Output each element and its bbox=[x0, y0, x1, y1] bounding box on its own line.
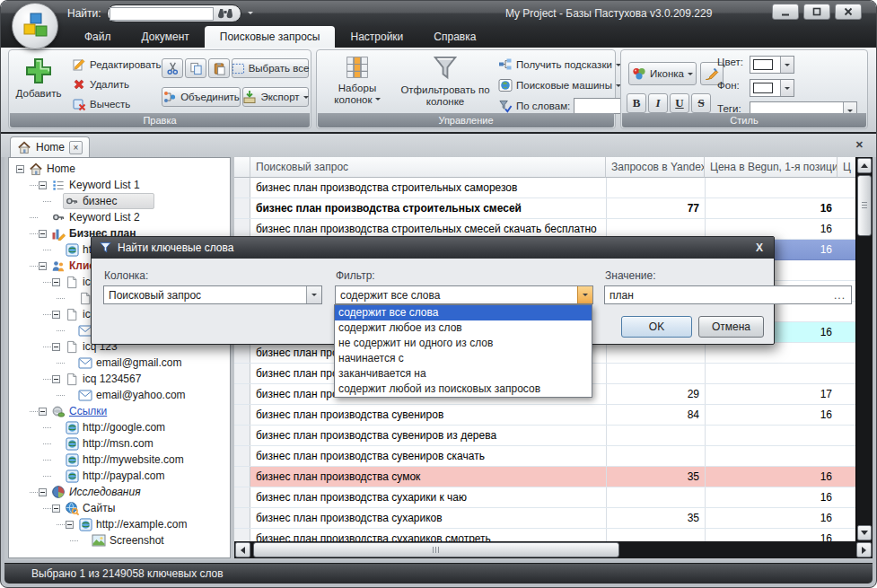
scroll-left-button[interactable] bbox=[235, 542, 250, 557]
filter-combobox[interactable]: содержит все слова bbox=[335, 285, 593, 304]
filter-option[interactable]: заканчивается на bbox=[335, 366, 592, 382]
export-button[interactable]: Экспорт bbox=[242, 87, 309, 107]
table-row[interactable]: бизнес план производства сумок3516 bbox=[234, 467, 873, 487]
tree-expander[interactable] bbox=[16, 165, 24, 173]
close-pane-icon[interactable]: ✕ bbox=[855, 139, 864, 151]
table-row[interactable]: бизнес план производства сухарики к чаю1… bbox=[234, 487, 873, 508]
tree-item[interactable]: Сайты bbox=[9, 500, 230, 516]
scroll-right-button[interactable] bbox=[856, 542, 872, 557]
table-row[interactable]: бизнес план производства строительных са… bbox=[234, 178, 873, 198]
color-picker[interactable] bbox=[750, 56, 794, 74]
tree-item[interactable]: email@gmail.com bbox=[9, 355, 230, 371]
table-row[interactable]: бизнес план производства сувениров8416 bbox=[234, 405, 873, 426]
color-chevron-icon[interactable] bbox=[780, 57, 794, 73]
value-ellipsis-button[interactable]: ... bbox=[829, 289, 851, 302]
tree-expander[interactable] bbox=[66, 521, 74, 529]
tree-expander[interactable] bbox=[39, 230, 47, 238]
tree-expander[interactable] bbox=[39, 181, 47, 189]
background-picker[interactable] bbox=[750, 79, 794, 97]
background-chevron-icon[interactable] bbox=[780, 80, 794, 96]
dialog-titlebar[interactable]: Найти ключевые слова X bbox=[92, 237, 774, 259]
cut-button[interactable] bbox=[162, 58, 183, 78]
ribbon-tab-5[interactable]: Справка bbox=[418, 26, 491, 48]
search-input[interactable] bbox=[110, 7, 214, 21]
restore-button[interactable] bbox=[803, 4, 830, 20]
minimize-button[interactable] bbox=[772, 4, 799, 20]
ribbon-tab-1[interactable]: Файл bbox=[69, 26, 127, 48]
table-row[interactable]: бизнес план производства сувениров скача… bbox=[234, 446, 873, 467]
column-header[interactable]: Поисковый запрос bbox=[250, 157, 606, 178]
tree-item[interactable]: http://mywebsite.com bbox=[9, 452, 230, 468]
table-row[interactable]: бизнес план производства сухариков3516 bbox=[234, 508, 873, 529]
tree-expander[interactable] bbox=[39, 408, 47, 416]
merge-button[interactable]: Объединить bbox=[162, 87, 241, 107]
underline-button[interactable]: U bbox=[670, 93, 689, 113]
tree-item[interactable]: Keyword List 2 bbox=[9, 209, 230, 225]
tree-expander[interactable] bbox=[39, 488, 47, 496]
column-sets-button[interactable]: Наборы колонок bbox=[324, 53, 390, 118]
column-header[interactable]: Цена в Begun, 1-я позиция bbox=[705, 157, 838, 178]
subtract-button[interactable]: Вычесть bbox=[72, 95, 130, 113]
italic-button[interactable]: I bbox=[648, 93, 668, 113]
tree-expander[interactable] bbox=[52, 311, 60, 319]
filter-option[interactable]: начинается с bbox=[335, 351, 592, 366]
get-hints-button[interactable]: Получить подсказки bbox=[498, 56, 621, 74]
tree-expander[interactable] bbox=[52, 343, 60, 351]
table-row[interactable]: бизнес план производства строительных см… bbox=[234, 198, 873, 219]
column-combobox[interactable]: Поисковый запрос bbox=[103, 285, 322, 304]
tree-item[interactable]: Keyword List 1 bbox=[9, 177, 230, 193]
horizontal-scroll-thumb[interactable] bbox=[253, 542, 619, 557]
paste-button[interactable] bbox=[208, 58, 230, 78]
tree-item[interactable]: http://msn.com bbox=[9, 435, 230, 452]
tab-home[interactable]: Home × bbox=[10, 136, 90, 157]
tree-item[interactable]: http://google.com bbox=[9, 419, 230, 435]
bold-button[interactable]: B bbox=[627, 93, 646, 113]
cancel-button[interactable]: Отмена bbox=[698, 316, 764, 338]
icon-picker-button[interactable]: Иконка bbox=[628, 62, 697, 85]
tree-item[interactable]: Ссылки bbox=[9, 403, 230, 419]
vertical-scrollbar[interactable] bbox=[855, 157, 873, 541]
select-all-button[interactable]: Выбрать все bbox=[232, 58, 309, 78]
filter-option[interactable]: содержит все слова bbox=[335, 305, 592, 320]
tree-item[interactable]: Screenshot bbox=[9, 532, 230, 549]
tree-expander[interactable] bbox=[52, 375, 60, 383]
search-engines-button[interactable]: Поисковые машины bbox=[498, 76, 621, 94]
tree-item[interactable]: icq 1234567 bbox=[9, 371, 230, 387]
dialog-close-icon[interactable]: X bbox=[752, 241, 767, 254]
delete-button[interactable]: Удалить bbox=[72, 75, 129, 93]
search-options-chevron-icon[interactable] bbox=[248, 7, 253, 20]
app-menu-button[interactable] bbox=[12, 3, 58, 49]
filter-by-column-button[interactable]: Отфильтровать по колонке bbox=[396, 53, 495, 118]
filter-option[interactable]: содержит любое из слов bbox=[335, 320, 592, 336]
ok-button[interactable]: OK bbox=[621, 316, 692, 338]
tree-item[interactable]: Исследования bbox=[9, 484, 230, 500]
tree-item[interactable]: email@yahoo.com bbox=[9, 387, 230, 403]
tab-close-icon[interactable]: × bbox=[69, 141, 83, 154]
tree-item[interactable]: http://paypal.com bbox=[9, 468, 230, 484]
edit-button[interactable]: Редактировать bbox=[72, 56, 161, 74]
tree-expander[interactable] bbox=[52, 505, 60, 513]
horizontal-scrollbar[interactable] bbox=[234, 541, 873, 558]
scroll-up-button[interactable] bbox=[857, 158, 872, 173]
strikethrough-button[interactable]: S bbox=[691, 93, 711, 113]
vertical-scroll-thumb[interactable] bbox=[857, 175, 872, 236]
filter-combo-chevron-icon[interactable] bbox=[577, 286, 592, 303]
tree-expander[interactable] bbox=[52, 278, 60, 286]
add-button[interactable]: Добавить bbox=[11, 53, 66, 118]
tree-item[interactable]: http://example.com bbox=[9, 516, 230, 532]
scroll-down-button[interactable] bbox=[857, 525, 872, 540]
tree-expander[interactable] bbox=[39, 262, 47, 270]
tree-item[interactable]: бизнес bbox=[9, 193, 230, 209]
column-combo-chevron-icon[interactable] bbox=[306, 286, 321, 303]
binoculars-icon[interactable] bbox=[214, 6, 237, 21]
value-field[interactable]: план ... bbox=[604, 285, 852, 304]
ribbon-tab-4[interactable]: Настройки bbox=[335, 26, 418, 48]
table-row[interactable]: бизнес план производства сувениров из де… bbox=[234, 426, 873, 446]
filter-option[interactable]: не содержит ни одного из слов bbox=[335, 336, 592, 351]
ribbon-tab-3[interactable]: Поисковые запросы bbox=[205, 26, 336, 48]
filter-option[interactable]: содержит любой из поисковых запросов bbox=[335, 382, 592, 397]
column-header[interactable]: Запросов в Yandex bbox=[606, 157, 705, 178]
tree-item[interactable]: Home bbox=[9, 161, 230, 177]
ribbon-tab-2[interactable]: Документ bbox=[127, 26, 205, 48]
copy-button[interactable] bbox=[185, 58, 206, 78]
